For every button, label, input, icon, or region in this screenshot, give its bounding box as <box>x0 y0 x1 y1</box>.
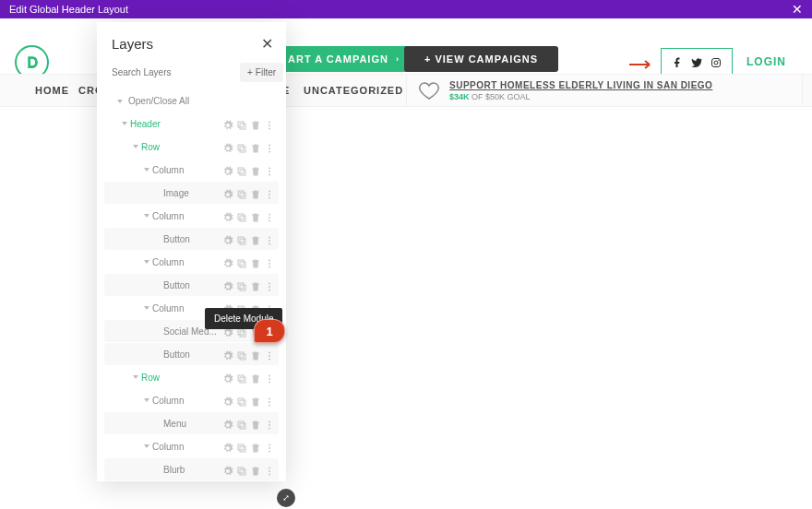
trash-icon[interactable] <box>250 464 261 475</box>
svg-point-67 <box>269 405 270 407</box>
duplicate-icon[interactable] <box>236 441 247 452</box>
layer-column[interactable]: Column <box>104 205 279 227</box>
trash-icon[interactable] <box>250 256 261 267</box>
duplicate-icon[interactable] <box>236 118 247 129</box>
search-layers-input[interactable] <box>106 62 234 83</box>
gear-icon[interactable] <box>222 279 233 290</box>
more-icon[interactable] <box>264 256 275 267</box>
layer-column[interactable]: Column <box>104 159 279 181</box>
duplicate-icon[interactable] <box>236 395 247 406</box>
start-campaign-button[interactable]: ART A CAMPAIGN › <box>279 46 414 72</box>
more-icon[interactable] <box>264 279 275 290</box>
close-icon[interactable]: ✕ <box>792 2 803 17</box>
gear-icon[interactable] <box>222 464 233 475</box>
duplicate-icon[interactable] <box>236 372 247 383</box>
more-icon[interactable] <box>264 418 275 429</box>
gear-icon[interactable] <box>222 372 233 383</box>
login-link[interactable]: LOGIN <box>746 55 786 68</box>
gear-icon[interactable] <box>222 118 233 129</box>
duplicate-icon[interactable] <box>236 210 247 221</box>
chevron-down-icon[interactable] <box>133 145 138 148</box>
trash-icon[interactable] <box>250 441 261 452</box>
twitter-icon[interactable] <box>691 55 702 72</box>
layer-row[interactable]: Row <box>104 136 279 158</box>
layer-column[interactable]: Column <box>104 435 279 457</box>
chevron-down-icon[interactable] <box>144 214 149 218</box>
duplicate-icon[interactable] <box>236 187 247 198</box>
facebook-icon[interactable] <box>672 55 683 72</box>
instagram-icon[interactable] <box>710 55 722 72</box>
campaign-highlight-card: SUPPORT HOMELESS ELDERLY LIVING IN SAN D… <box>406 74 803 107</box>
resize-handle[interactable] <box>277 489 295 507</box>
gear-icon[interactable] <box>222 349 233 360</box>
duplicate-icon[interactable] <box>236 349 247 360</box>
chevron-down-icon[interactable] <box>144 444 149 448</box>
view-campaigns-button[interactable]: + VIEW CAMPAIGNS <box>404 46 558 72</box>
gear-icon[interactable] <box>222 233 233 244</box>
gear-icon[interactable] <box>222 141 233 152</box>
layer-button[interactable]: Button <box>104 274 279 296</box>
layer-row[interactable]: Row <box>104 366 279 388</box>
campaign-title[interactable]: SUPPORT HOMELESS ELDERLY LIVING IN SAN D… <box>449 80 712 90</box>
trash-icon[interactable] <box>250 395 261 406</box>
trash-icon[interactable] <box>250 418 261 429</box>
chevron-down-icon[interactable] <box>144 306 149 310</box>
layer-header[interactable]: Header <box>104 112 279 135</box>
layer-blurb[interactable]: Blurb <box>104 458 279 480</box>
layer-image[interactable]: Image <box>104 182 279 204</box>
more-icon[interactable] <box>264 187 275 198</box>
duplicate-icon[interactable] <box>236 464 247 475</box>
edit-bar-title: Edit Global Header Layout <box>9 4 792 15</box>
chevron-down-icon[interactable] <box>144 398 149 402</box>
nav-uncategorized[interactable]: UNCATEGORIZED <box>304 85 403 96</box>
gear-icon[interactable] <box>222 256 233 267</box>
trash-icon[interactable] <box>250 210 261 221</box>
chevron-down-icon[interactable] <box>133 375 138 379</box>
gear-icon[interactable] <box>222 164 233 175</box>
svg-point-80 <box>269 468 270 469</box>
trash-icon[interactable] <box>250 164 261 175</box>
layer-menu[interactable]: Menu <box>104 412 279 434</box>
trash-icon[interactable] <box>250 372 261 383</box>
duplicate-icon[interactable] <box>236 418 247 429</box>
duplicate-icon[interactable] <box>236 141 247 152</box>
filter-button[interactable]: +Filter <box>240 63 283 82</box>
resize-icon <box>281 493 291 503</box>
duplicate-icon[interactable] <box>236 164 247 175</box>
gear-icon[interactable] <box>222 418 233 429</box>
more-icon[interactable] <box>264 210 275 221</box>
trash-icon[interactable] <box>250 349 261 360</box>
duplicate-icon[interactable] <box>236 279 247 290</box>
gear-icon[interactable] <box>222 395 233 406</box>
gear-icon[interactable] <box>222 210 233 221</box>
chevron-down-icon[interactable] <box>122 122 127 125</box>
layer-button[interactable]: Button <box>104 228 279 250</box>
chevron-down-icon[interactable] <box>144 260 149 264</box>
close-panel-icon[interactable]: ✕ <box>261 35 273 53</box>
duplicate-icon[interactable] <box>236 233 247 244</box>
plus-icon: + <box>247 67 253 77</box>
chevron-down-icon[interactable] <box>144 168 149 172</box>
duplicate-icon[interactable] <box>236 256 247 267</box>
more-icon[interactable] <box>264 441 275 452</box>
more-icon[interactable] <box>264 395 275 406</box>
more-icon[interactable] <box>264 141 275 152</box>
layer-button[interactable]: Button <box>104 343 279 365</box>
trash-icon[interactable] <box>250 187 261 198</box>
more-icon[interactable] <box>264 233 275 244</box>
gear-icon[interactable] <box>222 441 233 452</box>
more-icon[interactable] <box>264 164 275 175</box>
open-close-all-toggle[interactable]: Open/Close All <box>97 90 286 112</box>
more-icon[interactable] <box>264 349 275 360</box>
nav-home[interactable]: HOME <box>35 85 69 96</box>
trash-icon[interactable] <box>250 233 261 244</box>
trash-icon[interactable] <box>250 118 261 129</box>
layer-column[interactable]: Column <box>104 389 279 411</box>
more-icon[interactable] <box>264 372 275 383</box>
layer-column[interactable]: Column <box>104 251 279 273</box>
more-icon[interactable] <box>264 464 275 475</box>
trash-icon[interactable] <box>250 279 261 290</box>
gear-icon[interactable] <box>222 187 233 198</box>
more-icon[interactable] <box>264 118 275 129</box>
trash-icon[interactable] <box>250 141 261 152</box>
